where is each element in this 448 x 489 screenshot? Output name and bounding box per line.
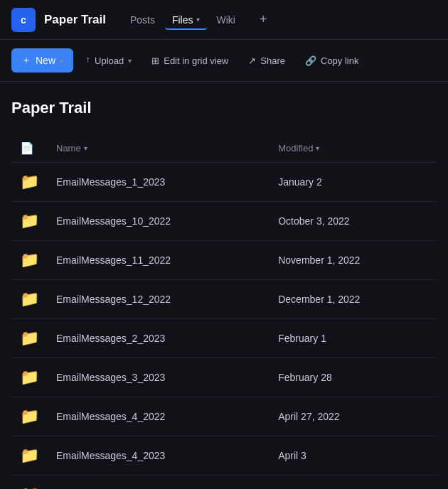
upload-icon: ↓ xyxy=(86,55,90,65)
edit-grid-label: Edit in grid view xyxy=(164,55,228,66)
nav-posts[interactable]: Posts xyxy=(123,10,162,30)
table-row[interactable]: 📁EmailMessages_1_2023January 2 xyxy=(11,163,437,202)
table-row[interactable]: 📁EmailMessages_12_2022December 1, 2022 xyxy=(11,280,437,319)
upload-button[interactable]: ↓ Upload ▾ xyxy=(79,50,139,72)
nav-files-label: Files xyxy=(172,14,193,26)
plus-icon: ＋ xyxy=(21,54,31,67)
folder-icon: 📁 xyxy=(20,329,39,347)
table-row[interactable]: 📁EmailMessages_3_2023February 28 xyxy=(11,358,437,397)
row-name-cell: EmailMessages_5_2022 xyxy=(48,475,270,490)
col-modified-header[interactable]: Modified ▾ xyxy=(270,134,437,163)
row-name-cell: EmailMessages_3_2023 xyxy=(48,358,270,397)
row-icon-cell: 📁 xyxy=(11,358,48,397)
row-modified-cell: February 1 xyxy=(270,319,437,358)
top-nav: c Paper Trail Posts Files ▾ Wiki + xyxy=(0,0,448,40)
col-icon-header: 📄 xyxy=(11,134,48,163)
row-name-cell: EmailMessages_1_2023 xyxy=(48,163,270,202)
nav-links: Posts Files ▾ Wiki xyxy=(123,10,242,30)
table-row[interactable]: 📁EmailMessages_4_2023April 3 xyxy=(11,436,437,475)
row-name-cell: EmailMessages_10_2022 xyxy=(48,202,270,241)
row-modified-cell: January 2 xyxy=(270,163,437,202)
row-icon-cell: 📁 xyxy=(11,202,48,241)
row-icon-cell: 📁 xyxy=(11,241,48,280)
nav-files[interactable]: Files ▾ xyxy=(165,10,207,30)
row-icon-cell: 📁 xyxy=(11,280,48,319)
folder-icon: 📁 xyxy=(20,173,39,190)
file-type-icon: 📄 xyxy=(20,142,34,154)
row-name-cell: EmailMessages_12_2022 xyxy=(48,280,270,319)
sort-name-icon: ▾ xyxy=(84,144,87,152)
grid-icon: ⊞ xyxy=(151,55,159,66)
name-header-label: Name xyxy=(56,143,81,154)
table-row[interactable]: 📁EmailMessages_10_2022October 3, 2022 xyxy=(11,202,437,241)
share-button[interactable]: ↗ Share xyxy=(241,50,292,72)
nav-wiki[interactable]: Wiki xyxy=(210,10,242,30)
sort-modified-icon: ▾ xyxy=(316,144,319,152)
new-button[interactable]: ＋ New ▾ xyxy=(11,48,73,72)
folder-icon: 📁 xyxy=(20,446,39,464)
row-modified-cell: February 28 xyxy=(270,358,437,397)
table-header-row: 📄 Name ▾ Modified ▾ xyxy=(11,134,437,163)
row-icon-cell: 📁 xyxy=(11,436,48,475)
toolbar: ＋ New ▾ ↓ Upload ▾ ⊞ Edit in grid view ↗… xyxy=(0,40,448,82)
row-icon-cell: 📁 xyxy=(11,319,48,358)
folder-icon: 📁 xyxy=(20,251,39,269)
table-row[interactable]: 📁EmailMessages_11_2022November 1, 2022 xyxy=(11,241,437,280)
upload-label: Upload xyxy=(95,55,124,66)
table-row[interactable]: 📁EmailMessages_5_2022May 2, 2022 xyxy=(11,475,437,490)
folder-icon: 📁 xyxy=(20,212,39,230)
app-logo: c xyxy=(11,8,36,32)
file-table: 📄 Name ▾ Modified ▾ 📁EmailMessages_1_202 xyxy=(11,134,437,489)
row-modified-cell: November 1, 2022 xyxy=(270,241,437,280)
copy-link-button[interactable]: 🔗 Copy link xyxy=(298,50,366,72)
row-name-cell: EmailMessages_4_2022 xyxy=(48,397,270,436)
edit-grid-button[interactable]: ⊞ Edit in grid view xyxy=(144,50,235,72)
row-icon-cell: 📁 xyxy=(11,475,48,490)
row-modified-cell: April 3 xyxy=(270,436,437,475)
folder-icon: 📁 xyxy=(20,407,39,425)
row-icon-cell: 📁 xyxy=(11,397,48,436)
folder-icon: 📁 xyxy=(20,290,39,308)
add-nav-item-button[interactable]: + xyxy=(254,9,273,30)
share-label: Share xyxy=(260,55,285,66)
chevron-down-icon: ▾ xyxy=(196,16,200,23)
chevron-down-icon: ▾ xyxy=(128,57,132,65)
app-title: Paper Trail xyxy=(44,13,106,27)
new-button-label: New xyxy=(36,55,55,66)
row-name-cell: EmailMessages_11_2022 xyxy=(48,241,270,280)
share-icon: ↗ xyxy=(248,55,256,66)
table-row[interactable]: 📁EmailMessages_4_2022April 27, 2022 xyxy=(11,397,437,436)
folder-icon: 📁 xyxy=(20,485,39,489)
row-modified-cell: May 2, 2022 xyxy=(270,475,437,490)
col-name-header[interactable]: Name ▾ xyxy=(48,134,270,163)
modified-header-label: Modified xyxy=(278,143,313,154)
row-modified-cell: December 1, 2022 xyxy=(270,280,437,319)
folder-icon: 📁 xyxy=(20,368,39,386)
row-icon-cell: 📁 xyxy=(11,163,48,202)
row-modified-cell: October 3, 2022 xyxy=(270,202,437,241)
link-icon: 🔗 xyxy=(305,55,316,66)
page-title: Paper Trail xyxy=(11,99,437,117)
row-name-cell: EmailMessages_4_2023 xyxy=(48,436,270,475)
row-name-cell: EmailMessages_2_2023 xyxy=(48,319,270,358)
copy-link-label: Copy link xyxy=(321,55,358,66)
logo-text: c xyxy=(21,14,26,26)
row-modified-cell: April 27, 2022 xyxy=(270,397,437,436)
table-row[interactable]: 📁EmailMessages_2_2023February 1 xyxy=(11,319,437,358)
chevron-down-icon: ▾ xyxy=(60,57,63,65)
page-content: Paper Trail 📄 Name ▾ Modified ▾ xyxy=(0,82,448,489)
